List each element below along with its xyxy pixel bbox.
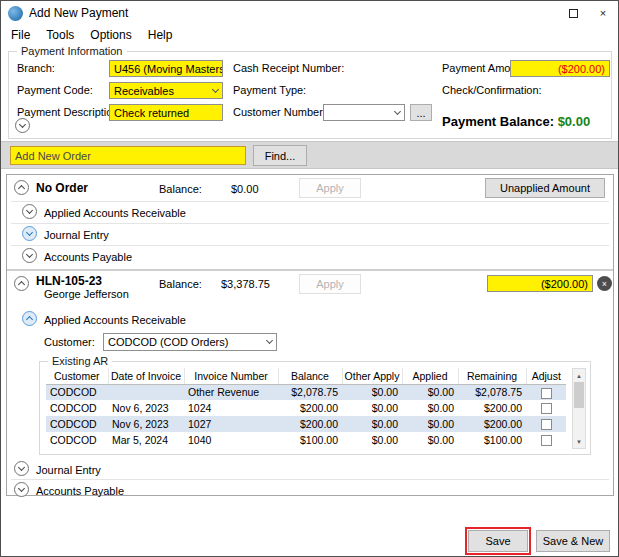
cell-applied: $0.00 <box>402 432 458 448</box>
chevron-down-icon <box>19 121 26 128</box>
no-order-applied-ar-expander[interactable] <box>22 204 37 219</box>
order-applied-ar-expander[interactable] <box>22 311 37 326</box>
chevron-up-icon <box>18 281 25 288</box>
no-order-journal-entry-label[interactable]: Journal Entry <box>44 229 109 241</box>
col-adjust[interactable]: Adjust <box>526 368 566 384</box>
maximize-button[interactable] <box>558 1 588 25</box>
cell-invoice: Other Revenue <box>184 384 278 400</box>
col-applied[interactable]: Applied <box>402 368 458 384</box>
order-title: HLN-105-23 <box>36 274 102 288</box>
cell-date <box>108 384 184 400</box>
scrollbar-track[interactable] <box>573 382 585 435</box>
adjust-checkbox[interactable] <box>541 403 552 414</box>
cell-customer: CODCOD <box>46 400 108 416</box>
cell-other-apply: $0.00 <box>342 400 402 416</box>
cell-balance: $200.00 <box>278 416 342 432</box>
branch-select[interactable]: U456 (Moving Masters- <box>109 60 223 77</box>
col-balance[interactable]: Balance <box>278 368 342 384</box>
cell-other-apply: $0.00 <box>342 416 402 432</box>
cell-remaining: $2,078.75 <box>458 384 526 400</box>
add-order-input[interactable]: Add New Order <box>10 146 246 165</box>
no-order-balance-label: Balance: <box>159 183 202 195</box>
remove-order-icon[interactable]: × <box>597 276 612 291</box>
find-button[interactable]: Find... <box>253 145 307 166</box>
cell-date: Nov 6, 2023 <box>108 400 184 416</box>
order-journal-entry-expander[interactable] <box>14 461 29 476</box>
adjust-checkbox[interactable] <box>541 388 552 399</box>
no-order-accounts-payable-label[interactable]: Accounts Payable <box>44 251 132 263</box>
no-order-journal-entry-expander[interactable] <box>22 226 37 241</box>
save-button[interactable]: Save <box>468 530 528 552</box>
close-button[interactable]: × <box>588 1 618 25</box>
cell-invoice: 1040 <box>184 432 278 448</box>
customer-select[interactable]: CODCOD (COD Orders) <box>103 333 277 351</box>
payment-balance-label: Payment Balance: <box>442 114 554 129</box>
divider <box>11 479 609 480</box>
menu-bar: File Tools Options Help <box>1 25 618 45</box>
no-order-apply-button[interactable]: Apply <box>299 178 361 198</box>
cell-adjust <box>526 432 566 448</box>
adjust-checkbox[interactable] <box>541 435 552 446</box>
table-row[interactable]: CODCOD Nov 6, 2023 1027 $200.00 $0.00 $0… <box>46 416 566 432</box>
payment-balance-value: $0.00 <box>558 114 591 129</box>
chevron-down-icon <box>212 85 219 92</box>
scrollbar-thumb[interactable] <box>574 382 584 408</box>
no-order-applied-ar-label[interactable]: Applied Accounts Receivable <box>44 207 186 219</box>
cell-adjust <box>526 400 566 416</box>
menu-help[interactable]: Help <box>140 26 181 44</box>
col-date-of-invoice[interactable]: Date of Invoice <box>108 368 184 384</box>
col-remaining[interactable]: Remaining <box>458 368 526 384</box>
cell-remaining: $100.00 <box>458 432 526 448</box>
menu-file[interactable]: File <box>3 26 38 44</box>
order-accounts-payable-label[interactable]: Accounts Payable <box>36 485 124 497</box>
payment-description-input[interactable]: Check returned <box>109 104 223 121</box>
cell-balance: $2,078.75 <box>278 384 342 400</box>
chevron-down-icon <box>394 107 401 114</box>
unapplied-amount-button[interactable]: Unapplied Amount <box>485 178 605 198</box>
col-invoice-number[interactable]: Invoice Number <box>184 368 278 384</box>
order-journal-entry-label[interactable]: Journal Entry <box>36 464 101 476</box>
menu-options[interactable]: Options <box>82 26 139 44</box>
scroll-up-icon[interactable]: ▲ <box>573 369 585 382</box>
payment-description-label: Payment Description: <box>17 106 122 118</box>
payment-info-expander[interactable] <box>15 118 30 133</box>
order-accounts-payable-expander[interactable] <box>14 482 29 497</box>
customer-label: Customer: <box>44 336 95 348</box>
cell-adjust <box>526 384 566 400</box>
table-row[interactable]: CODCOD Nov 6, 2023 1024 $200.00 $0.00 $0… <box>46 400 566 416</box>
cell-customer: CODCOD <box>46 416 108 432</box>
scroll-down-icon[interactable]: ▼ <box>573 435 585 448</box>
table-scrollbar[interactable]: ▲ ▼ <box>572 368 586 449</box>
order-amount-input[interactable]: ($200.00) <box>487 275 593 292</box>
window-controls: × <box>558 1 618 25</box>
table-row[interactable]: CODCOD Mar 5, 2024 1040 $100.00 $0.00 $0… <box>46 432 566 448</box>
col-customer[interactable]: Customer <box>46 368 108 384</box>
cell-balance: $200.00 <box>278 400 342 416</box>
order-apply-button[interactable]: Apply <box>299 274 361 294</box>
chevron-down-icon <box>18 485 25 492</box>
col-other-apply[interactable]: Other Apply <box>342 368 402 384</box>
cell-balance: $100.00 <box>278 432 342 448</box>
no-order-expander[interactable] <box>14 180 29 195</box>
cell-adjust <box>526 416 566 432</box>
cell-date: Nov 6, 2023 <box>108 416 184 432</box>
cell-date: Mar 5, 2024 <box>108 432 184 448</box>
customer-number-select[interactable] <box>323 104 405 121</box>
customer-number-label: Customer Number: <box>233 106 326 118</box>
customer-lookup-button[interactable]: ... <box>410 104 432 121</box>
chevron-down-icon <box>26 251 33 258</box>
cash-receipt-number-label: Cash Receipt Number: <box>233 62 344 74</box>
adjust-checkbox[interactable] <box>541 419 552 430</box>
no-order-accounts-payable-expander[interactable] <box>22 248 37 263</box>
payment-code-select[interactable]: Receivables <box>109 82 223 99</box>
order-applied-ar-label[interactable]: Applied Accounts Receivable <box>44 314 186 326</box>
cell-invoice: 1024 <box>184 400 278 416</box>
table-row[interactable]: CODCOD Other Revenue $2,078.75 $0.00 $0.… <box>46 384 566 400</box>
save-and-new-button[interactable]: Save & New <box>536 530 610 552</box>
order-expander[interactable] <box>14 276 29 291</box>
chevron-down-icon <box>26 229 33 236</box>
payment-amount-input[interactable]: ($200.00) <box>510 60 610 77</box>
chevron-up-icon <box>18 185 25 192</box>
window-title: Add New Payment <box>29 6 128 20</box>
menu-tools[interactable]: Tools <box>38 26 82 44</box>
